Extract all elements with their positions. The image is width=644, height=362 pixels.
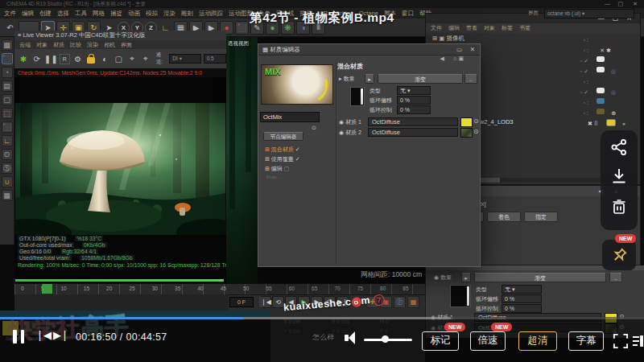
param-1-value[interactable]: 0 % [397,96,431,105]
film-region-icon[interactable]: ▢ [113,53,124,65]
snap-s-icon[interactable]: Ⓢ [2,162,13,174]
name-node-icon[interactable]: ⊙ [312,125,316,131]
speed-button[interactable]: 倍速 [470,331,506,351]
dope-sheet-strip[interactable] [14,294,229,311]
material-name-input[interactable]: OctMix [260,112,320,122]
material-2-field[interactable]: OctDiffuse [368,128,458,137]
points-mode-icon[interactable]: ◔ [2,67,13,78]
sample-spinner[interactable]: 0.5 [204,54,226,64]
live-viewer-menu-item[interactable]: 材质 [53,41,64,49]
octane-refresh-icon[interactable]: ✱ [18,53,29,65]
section-override[interactable]: ⊞ 使用覆盖 ✓ [265,155,300,163]
nav-back-icon[interactable]: ◀ [440,56,444,62]
timeline-playhead[interactable] [42,284,52,294]
maximize-icon[interactable]: ▭ [456,44,462,55]
gradient-button[interactable]: 渐变 [474,273,606,282]
viewport-label[interactable]: 透视视图 [228,40,249,47]
trash-icon[interactable] [610,198,628,216]
material-1-field[interactable]: OctDiffuse [368,117,458,126]
fullscreen-icon[interactable] [612,332,630,350]
restart-render-icon[interactable]: ⟳ [31,53,43,65]
pause-render-icon[interactable]: ❚❚ [45,53,57,65]
param-2-value[interactable]: 0 % [502,304,542,313]
frame-field[interactable]: 0 F [229,297,254,307]
minimize-icon[interactable]: — [605,0,610,8]
more-button[interactable]: .. [609,273,622,282]
pick-material-pin-icon[interactable]: ⌖ [126,53,138,65]
live-viewer-menu-item[interactable]: 界面 [121,41,132,49]
gradient-thumbnail[interactable] [350,87,365,106]
material-preview[interactable]: MIX [261,64,333,105]
camera-ball-icon[interactable]: ◐ [99,53,110,65]
home-icon[interactable]: ⌂ ▣ [453,56,464,62]
tab-assign[interactable]: 指定 [524,212,558,222]
download-icon[interactable] [610,167,628,185]
tab-shading[interactable]: 着色 [487,212,521,222]
checkbox-icon: ▢ [284,166,290,171]
type-select[interactable]: 无 ▾ [397,86,431,95]
material-1-node-icon[interactable]: ⊙ [473,117,479,125]
lock-resolution-icon[interactable] [86,53,97,65]
viewport-sliver[interactable]: 透视视图 [226,37,258,283]
live-viewer-titlebar[interactable]: ≡ Live Viewer 3.07-R2 中国C4D联盟十字汉化版 [14,31,226,40]
live-viewer-menu-item[interactable]: 对象 [36,41,47,49]
volume-button[interactable] [345,331,355,344]
edges-mode-icon[interactable]: ▢ [2,94,13,105]
share-icon[interactable] [610,138,628,156]
material-2-texture-swatch[interactable] [460,128,473,138]
workplane-icon[interactable]: ∟ [2,135,13,146]
prev-episode-button[interactable]: ❘◀ [35,329,51,341]
viewport-solo-icon[interactable]: ʘ [2,149,13,160]
close-icon[interactable]: ✕ [633,0,638,8]
more-button[interactable]: .. [464,74,477,84]
playlist-icon[interactable] [632,334,643,348]
maximize-icon[interactable]: ▢ [617,0,623,8]
texture-arrow-button[interactable]: ▸ [461,273,471,282]
mushroom-render-image [15,103,225,235]
position-key-icon[interactable]: Ⓟ [394,296,406,308]
render-canvas[interactable] [15,103,225,235]
texture-arrow-button[interactable]: ▸ [365,74,374,84]
live-viewer-menu-item[interactable]: 渲染 [87,41,98,49]
goto-start-icon[interactable]: ❘◀ [259,296,271,308]
param-2-value[interactable]: 0 % [397,105,431,114]
live-viewer-toolbar: ✱ ⟳ ❚❚ R ⚙ ◐ ▢ ⌖ ⌖ 通道: DI ▾ 0.5 [14,49,226,68]
quality-button[interactable]: 超清 [518,331,557,351]
channel-select[interactable]: DI ▾ [169,54,200,64]
texture-mode-icon[interactable]: ▩ [2,39,13,51]
plane-mode-icon[interactable]: ▤ [2,80,13,92]
node-editor-button[interactable]: 节点编辑器 [263,132,303,141]
material-1-color-swatch[interactable] [460,117,473,127]
section-edit[interactable]: ⊞ 编辑 ▢ [265,165,289,173]
model-mode-icon[interactable]: ⬛ [2,53,13,64]
polygons-mode-icon[interactable]: ⬚ [2,108,13,119]
live-viewer-menu-item[interactable]: 比较 [70,41,81,49]
pin-button[interactable] [602,240,636,270]
next-episode-button[interactable]: ▶❘ [53,329,68,341]
subtitle-button[interactable]: 字幕 [568,331,604,351]
section-mix-material[interactable]: ⊞ 混合材质 ✓ [265,146,300,154]
timeline-tick: 30 [152,286,158,291]
settings-gear-icon[interactable]: ⚙ [72,53,84,65]
live-viewer-menu-item[interactable]: 云端 [19,41,31,49]
close-icon[interactable]: ✕ [470,44,475,55]
region-render-icon[interactable]: R [60,54,70,64]
timeline-ruler[interactable]: 051015202530354045505560657075808590 [14,283,436,294]
live-viewer-menu-item[interactable]: 相机 [104,41,115,49]
object-row-camera[interactable]: ⊞ ▣ 摄像机 ◦ : [426,33,640,43]
keyframe-grid-icon[interactable]: ▦ [407,296,419,308]
volume-knob[interactable] [382,335,389,343]
gradient-thumbnail[interactable] [450,285,471,307]
dialog-titlebar[interactable]: ▦ 材质编辑器 ▭ ✕ [258,44,480,56]
gradient-button[interactable]: 渐变 [378,74,463,84]
param-1-value[interactable]: 0 % [502,294,542,303]
render-letterbox [14,77,226,103]
mark-button[interactable]: 标记 [422,331,459,351]
mesh-select-icon[interactable]: ▦ [2,190,13,201]
material-2-node-icon[interactable]: ⊙ [473,128,479,135]
pause-button[interactable] [13,330,24,343]
magnet-snap-icon[interactable]: ∪ [2,176,13,187]
object-axis-icon[interactable]: ⬛ [2,121,13,133]
type-select[interactable]: 无 ▾ [502,285,542,294]
pick-focus-pin-icon[interactable]: ⌖ [140,53,151,65]
